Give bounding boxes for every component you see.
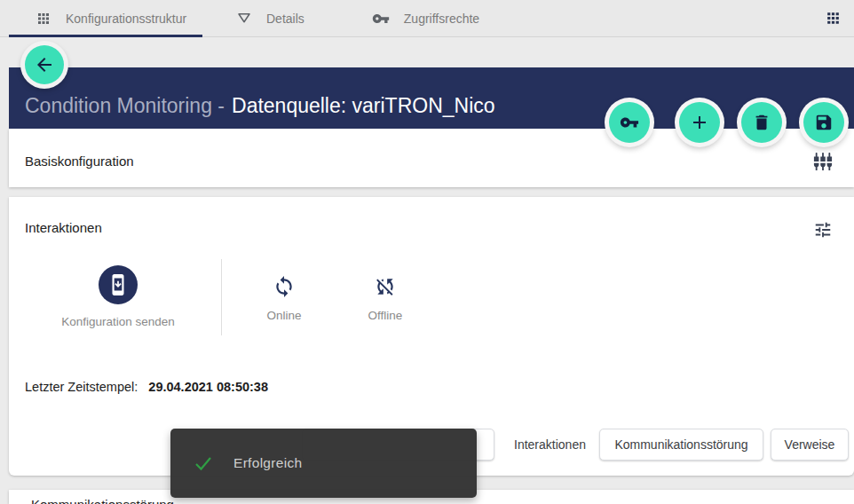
back-button[interactable] [25, 45, 64, 84]
action-label: Online [240, 309, 328, 322]
tab-konfigurationsstruktur[interactable]: Konfigurationsstruktur [9, 0, 202, 36]
tab-label: Konfigurationsstruktur [66, 12, 186, 26]
action-konfiguration-senden[interactable]: Konfiguration senden [38, 265, 198, 328]
tab-zugriffsrechte[interactable]: Zugriffsrechte [338, 0, 513, 36]
key-icon [620, 113, 639, 132]
tab-label: Details [266, 12, 304, 26]
action-label: Offline [332, 309, 439, 322]
title-main: Datenquelle: variTRON_Nico [232, 94, 495, 117]
access-rights-button[interactable] [609, 102, 650, 143]
nav-button-verweise[interactable]: Verweise [771, 429, 849, 461]
delete-button[interactable] [741, 102, 782, 143]
vertical-divider [221, 259, 222, 335]
title-prefix: Condition Monitoring - [25, 94, 225, 117]
save-button[interactable] [803, 102, 844, 143]
toast-message: Erfolgreich [233, 455, 302, 471]
sync-disabled-icon [374, 275, 397, 298]
nav-button-interaktionen[interactable]: Interaktionen [499, 429, 601, 461]
top-tab-bar: Konfigurationsstruktur Details Zugriffsr… [0, 0, 854, 37]
sync-icon [273, 275, 296, 298]
trash-icon [752, 113, 771, 132]
timestamp-label: Letzter Zeitstempel: [25, 380, 138, 394]
settings-input-component-icon[interactable] [813, 152, 833, 171]
action-label: Konfiguration senden [38, 315, 198, 328]
section-title: Interaktionen [25, 220, 102, 235]
tune-icon[interactable] [813, 220, 833, 240]
apps-grid-icon[interactable] [825, 10, 842, 27]
grid-icon [36, 11, 51, 27]
success-toast: Erfolgreich [170, 429, 477, 498]
basiskonfiguration-section: Basiskonfiguration [9, 129, 854, 187]
last-timestamp: Letzter Zeitstempel:29.04.2021 08:50:38 [25, 380, 268, 394]
section-title: Kommunikationsstörung [31, 497, 174, 504]
section-title: Basiskonfiguration [25, 154, 134, 169]
save-icon [814, 113, 834, 132]
timestamp-value: 29.04.2021 08:50:38 [148, 380, 268, 394]
page-header: Condition Monitoring -Datenquelle: variT… [9, 67, 854, 129]
plus-icon [689, 112, 710, 133]
action-offline[interactable]: Offline [332, 275, 439, 322]
check-icon [193, 453, 214, 474]
add-button[interactable] [679, 102, 720, 143]
send-to-device-icon [99, 265, 138, 304]
page-title: Condition Monitoring -Datenquelle: variT… [25, 94, 495, 118]
action-online[interactable]: Online [240, 275, 328, 322]
nav-button-kommunikationsstoerung[interactable]: Kommunikationsstörung [599, 429, 763, 461]
filter-icon [236, 11, 252, 27]
tab-details[interactable]: Details [202, 0, 338, 36]
key-icon [372, 10, 390, 28]
tab-label: Zugriffsrechte [404, 12, 479, 26]
arrow-left-icon [34, 54, 55, 75]
